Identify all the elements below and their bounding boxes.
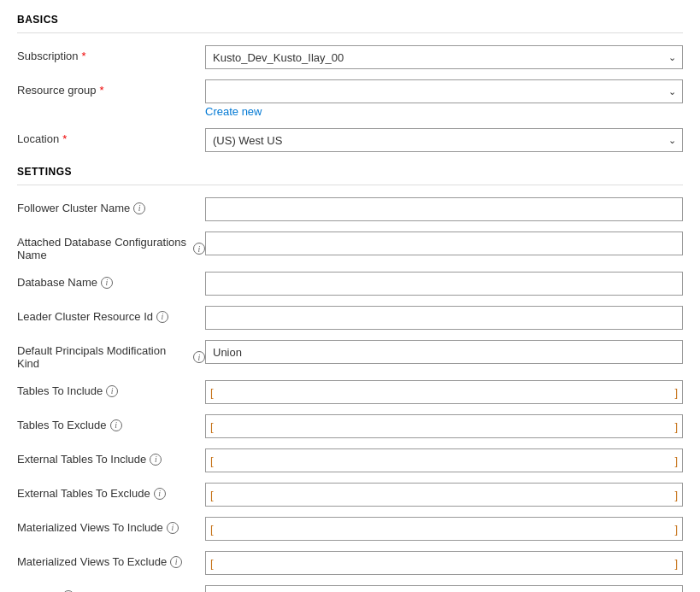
attached-db-config-name-info-icon[interactable]: i <box>193 243 205 255</box>
database-name-row: Database Name i <box>17 272 683 296</box>
tables-to-include-input[interactable] <box>205 380 683 404</box>
external-tables-to-exclude-info-icon[interactable]: i <box>154 488 166 500</box>
subscription-select[interactable]: Kusto_Dev_Kusto_Ilay_00 <box>205 45 683 69</box>
tables-to-include-info-icon[interactable]: i <box>106 385 118 397</box>
attached-db-config-name-control <box>205 232 683 255</box>
location-settings-row: Location i <box>17 585 683 592</box>
default-principals-mod-kind-row: Default Principals Modification Kind i <box>17 340 683 370</box>
resource-group-row: Resource group * ⌄ Create new <box>17 79 683 118</box>
leader-cluster-resource-id-control <box>205 306 683 330</box>
external-tables-to-include-array-wrap: [ ] <box>205 448 683 472</box>
materialized-views-to-include-array-wrap: [ ] <box>205 517 683 541</box>
external-tables-to-exclude-row: External Tables To Exclude i [ ] <box>17 483 683 507</box>
external-tables-to-include-input[interactable] <box>205 448 683 472</box>
external-tables-to-include-row: External Tables To Include i [ ] <box>17 448 683 472</box>
materialized-views-to-exclude-info-icon[interactable]: i <box>170 556 182 568</box>
follower-cluster-name-label: Follower Cluster Name i <box>17 197 205 214</box>
default-principals-mod-kind-label: Default Principals Modification Kind i <box>17 340 205 370</box>
tables-to-exclude-control: [ ] <box>205 414 683 438</box>
leader-cluster-resource-id-label: Leader Cluster Resource Id i <box>17 306 205 323</box>
location-settings-control <box>205 585 683 592</box>
leader-cluster-resource-id-row: Leader Cluster Resource Id i <box>17 306 683 330</box>
tables-to-exclude-label: Tables To Exclude i <box>17 414 205 431</box>
external-tables-to-exclude-array-wrap: [ ] <box>205 483 683 507</box>
attached-db-config-name-row: Attached Database Configurations Name i <box>17 232 683 261</box>
materialized-views-to-include-control: [ ] <box>205 517 683 541</box>
default-principals-mod-kind-input[interactable] <box>205 340 683 364</box>
subscription-required: * <box>82 50 86 62</box>
external-tables-to-include-label: External Tables To Include i <box>17 448 205 466</box>
follower-cluster-name-input[interactable] <box>205 197 683 221</box>
tables-to-include-row: Tables To Include i [ ] <box>17 380 683 404</box>
attached-db-config-name-label: Attached Database Configurations Name i <box>17 232 205 261</box>
subscription-label: Subscription * <box>17 45 205 62</box>
tables-to-exclude-input[interactable] <box>205 414 683 438</box>
location-basics-select[interactable]: (US) West US <box>205 128 683 152</box>
resource-group-control: ⌄ Create new <box>205 79 683 118</box>
materialized-views-to-exclude-control: [ ] <box>205 551 683 575</box>
database-name-control <box>205 272 683 296</box>
external-tables-to-include-control: [ ] <box>205 448 683 472</box>
leader-cluster-resource-id-input[interactable] <box>205 306 683 330</box>
database-name-label: Database Name i <box>17 272 205 289</box>
tables-to-include-array-wrap: [ ] <box>205 380 683 404</box>
tables-to-exclude-array-wrap: [ ] <box>205 414 683 438</box>
external-tables-to-include-info-icon[interactable]: i <box>150 454 162 466</box>
location-basics-row: Location * (US) West US ⌄ <box>17 128 683 152</box>
resource-group-select-wrap: ⌄ <box>205 79 683 103</box>
location-basics-label: Location * <box>17 128 205 145</box>
materialized-views-to-include-input[interactable] <box>205 517 683 541</box>
tables-to-exclude-info-icon[interactable]: i <box>110 419 122 431</box>
location-settings-input[interactable] <box>205 585 683 592</box>
follower-cluster-name-info-icon[interactable]: i <box>133 202 145 214</box>
resource-group-label: Resource group * <box>17 79 205 97</box>
settings-divider <box>17 185 683 185</box>
materialized-views-to-exclude-row: Materialized Views To Exclude i [ ] <box>17 551 683 575</box>
basics-section: BASICS Subscription * Kusto_Dev_Kusto_Il… <box>17 14 683 152</box>
default-principals-mod-kind-info-icon[interactable]: i <box>193 351 205 363</box>
subscription-control: Kusto_Dev_Kusto_Ilay_00 ⌄ <box>205 45 683 69</box>
materialized-views-to-exclude-label: Materialized Views To Exclude i <box>17 551 205 568</box>
location-basics-select-wrap: (US) West US ⌄ <box>205 128 683 152</box>
basics-title: BASICS <box>17 14 683 26</box>
materialized-views-to-exclude-input[interactable] <box>205 551 683 575</box>
materialized-views-to-include-info-icon[interactable]: i <box>167 522 179 534</box>
external-tables-to-exclude-control: [ ] <box>205 483 683 507</box>
settings-title: SETTINGS <box>17 166 683 178</box>
external-tables-to-exclude-label: External Tables To Exclude i <box>17 483 205 500</box>
materialized-views-to-exclude-array-wrap: [ ] <box>205 551 683 575</box>
materialized-views-to-include-label: Materialized Views To Include i <box>17 517 205 534</box>
subscription-select-wrap: Kusto_Dev_Kusto_Ilay_00 ⌄ <box>205 45 683 69</box>
leader-cluster-resource-id-info-icon[interactable]: i <box>156 311 168 323</box>
follower-cluster-name-control <box>205 197 683 221</box>
settings-section: SETTINGS Follower Cluster Name i Attache… <box>17 166 683 592</box>
default-principals-mod-kind-control <box>205 340 683 364</box>
external-tables-to-exclude-input[interactable] <box>205 483 683 507</box>
tables-to-include-label: Tables To Include i <box>17 380 205 397</box>
resource-group-select[interactable] <box>205 79 683 103</box>
follower-cluster-name-row: Follower Cluster Name i <box>17 197 683 221</box>
subscription-row: Subscription * Kusto_Dev_Kusto_Ilay_00 ⌄ <box>17 45 683 69</box>
materialized-views-to-include-row: Materialized Views To Include i [ ] <box>17 517 683 541</box>
create-new-link[interactable]: Create new <box>205 105 262 118</box>
location-settings-label: Location i <box>17 585 205 592</box>
basics-divider <box>17 32 683 33</box>
location-basics-control: (US) West US ⌄ <box>205 128 683 152</box>
location-basics-required: * <box>62 132 67 145</box>
database-name-info-icon[interactable]: i <box>101 277 113 289</box>
tables-to-exclude-row: Tables To Exclude i [ ] <box>17 414 683 438</box>
database-name-input[interactable] <box>205 272 683 296</box>
attached-db-config-name-input[interactable] <box>205 232 683 255</box>
resource-group-required: * <box>100 84 104 97</box>
tables-to-include-control: [ ] <box>205 380 683 404</box>
